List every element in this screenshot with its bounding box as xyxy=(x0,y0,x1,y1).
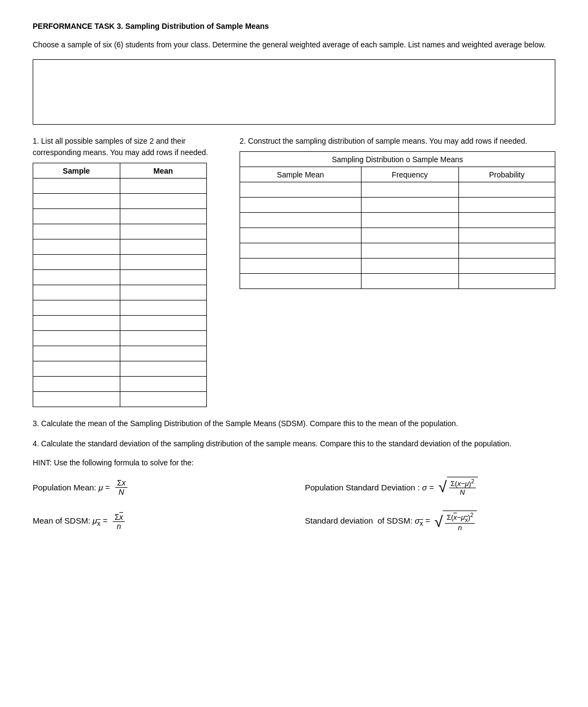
table-row xyxy=(33,179,207,194)
sample-mean-cell[interactable] xyxy=(240,213,362,228)
table-row xyxy=(33,331,207,346)
mean-cell[interactable] xyxy=(120,285,207,300)
table-row xyxy=(240,182,555,198)
sdsm-mean-label: Mean of SDSM: μx = xyxy=(33,516,107,527)
probability-cell[interactable] xyxy=(458,228,555,243)
table-row xyxy=(240,198,555,213)
page-title: PERFORMANCE TASK 3. Sampling Distributio… xyxy=(33,22,555,30)
mean-cell[interactable] xyxy=(120,194,207,209)
sample-cell[interactable] xyxy=(33,316,120,331)
probability-cell[interactable] xyxy=(458,198,555,213)
pop-std-formula-block: Population Standard Deviation : σ = √ Σ(… xyxy=(305,477,555,497)
sdsm-std-sqrt: √ Σ(x−μx)2 n xyxy=(434,511,477,533)
frequency-cell[interactable] xyxy=(361,213,458,228)
sample-cell[interactable] xyxy=(33,194,120,209)
table-row xyxy=(33,224,207,239)
sdsm-std-label: Standard deviation of SDSM: σx = xyxy=(305,516,430,527)
student-names-box[interactable] xyxy=(33,59,555,125)
sample-cell[interactable] xyxy=(33,331,120,346)
table-row xyxy=(240,274,555,289)
pop-mean-fraction: Σx N xyxy=(115,478,127,496)
mean-col-header: Mean xyxy=(120,163,207,179)
table-row xyxy=(33,255,207,270)
frequency-cell[interactable] xyxy=(361,274,458,289)
table-row xyxy=(240,213,555,228)
section3-text: 3. Calculate the mean of the Sampling Di… xyxy=(33,418,555,429)
section4-text: 4. Calculate the standard deviation of t… xyxy=(33,438,555,450)
sample-cell[interactable] xyxy=(33,377,120,392)
sample-mean-cell[interactable] xyxy=(240,274,362,289)
probability-cell[interactable] xyxy=(458,243,555,259)
table-row xyxy=(33,239,207,255)
table-row xyxy=(240,259,555,274)
sample-cell[interactable] xyxy=(33,239,120,255)
sample-mean-cell[interactable] xyxy=(240,259,362,274)
hint-text: HINT: Use the following formula to solve… xyxy=(33,458,555,467)
mean-cell[interactable] xyxy=(120,239,207,255)
mean-cell[interactable] xyxy=(120,316,207,331)
sample-cell[interactable] xyxy=(33,285,120,300)
intro-text: Choose a sample of six (6) students from… xyxy=(33,39,555,51)
probability-cell[interactable] xyxy=(458,274,555,289)
probability-cell[interactable] xyxy=(458,259,555,274)
mean-cell[interactable] xyxy=(120,270,207,285)
frequency-cell[interactable] xyxy=(361,198,458,213)
sdsm-mean-formula-block: Mean of SDSM: μx = Σx n xyxy=(33,513,283,531)
sdsm-std-formula-block: Standard deviation of SDSM: σx = √ Σ(x−μ… xyxy=(305,511,555,533)
sample-cell[interactable] xyxy=(33,179,120,194)
sample-cell[interactable] xyxy=(33,392,120,407)
sample-cell[interactable] xyxy=(33,270,120,285)
pop-std-sqrt: √ Σ(x−μ)2 N xyxy=(438,477,478,497)
table-row xyxy=(33,377,207,392)
table-row xyxy=(33,285,207,300)
sdsm-mean-fraction: Σx n xyxy=(113,513,125,531)
mean-cell[interactable] xyxy=(120,209,207,224)
sample-cell[interactable] xyxy=(33,346,120,361)
sample-mean-cell[interactable] xyxy=(240,228,362,243)
sample-cell[interactable] xyxy=(33,300,120,316)
table-row xyxy=(33,316,207,331)
mean-cell[interactable] xyxy=(120,224,207,239)
probability-header: Probability xyxy=(458,167,555,182)
mean-cell[interactable] xyxy=(120,377,207,392)
probability-cell[interactable] xyxy=(458,213,555,228)
sample-cell[interactable] xyxy=(33,224,120,239)
mean-cell[interactable] xyxy=(120,361,207,377)
pop-mean-label: Population Mean: μ = xyxy=(33,483,110,492)
pop-std-label: Population Standard Deviation : σ = xyxy=(305,483,434,492)
mean-cell[interactable] xyxy=(120,179,207,194)
sqrt-symbol-2: √ xyxy=(434,514,443,530)
mean-cell[interactable] xyxy=(120,331,207,346)
dist-table: Sampling Distribution o Sample Means Sam… xyxy=(240,151,555,289)
sample-cell[interactable] xyxy=(33,209,120,224)
frequency-cell[interactable] xyxy=(361,182,458,198)
sample-mean-cell[interactable] xyxy=(240,198,362,213)
probability-cell[interactable] xyxy=(458,182,555,198)
mean-cell[interactable] xyxy=(120,255,207,270)
frequency-cell[interactable] xyxy=(361,228,458,243)
sample-mean-cell[interactable] xyxy=(240,243,362,259)
sample-mean-header: Sample Mean xyxy=(240,167,362,182)
sample-table: Sample Mean xyxy=(33,163,207,407)
table-row xyxy=(33,194,207,209)
frequency-cell[interactable] xyxy=(361,259,458,274)
table-row xyxy=(33,270,207,285)
mean-cell[interactable] xyxy=(120,392,207,407)
table-row xyxy=(33,346,207,361)
table-row xyxy=(33,300,207,316)
sample-cell[interactable] xyxy=(33,361,120,377)
table-row xyxy=(33,392,207,407)
table-row xyxy=(33,361,207,377)
sample-mean-cell[interactable] xyxy=(240,182,362,198)
sqrt-symbol-1: √ xyxy=(438,479,446,495)
sample-col-header: Sample xyxy=(33,163,120,179)
table-row xyxy=(240,228,555,243)
pop-mean-formula-block: Population Mean: μ = Σx N xyxy=(33,478,283,496)
dist-table-title: Sampling Distribution o Sample Means xyxy=(240,152,555,167)
mean-cell[interactable] xyxy=(120,300,207,316)
table-row xyxy=(240,243,555,259)
frequency-cell[interactable] xyxy=(361,243,458,259)
section2-label: 2. Construct the sampling distribution o… xyxy=(240,136,555,147)
mean-cell[interactable] xyxy=(120,346,207,361)
sample-cell[interactable] xyxy=(33,255,120,270)
